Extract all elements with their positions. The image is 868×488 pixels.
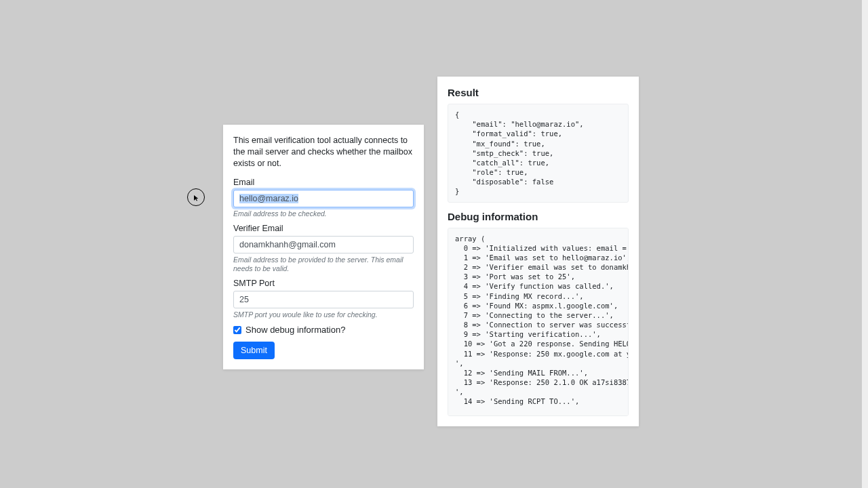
verifier-label: Verifier Email [233, 224, 414, 233]
email-label: Email [233, 178, 414, 187]
result-card: Result { "email": "hello@maraz.io", "for… [437, 77, 639, 426]
submit-button[interactable]: Submit [233, 342, 275, 359]
email-hint: Email address to be checked. [233, 209, 414, 218]
page-scrollbar[interactable] [862, 0, 868, 488]
port-hint: SMTP port you woule like to use for chec… [233, 310, 414, 319]
debug-heading: Debug information [448, 211, 629, 222]
verifier-hint: Email address to be provided to the serv… [233, 256, 414, 273]
port-label: SMTP Port [233, 279, 414, 288]
port-input[interactable] [233, 291, 414, 308]
result-json: { "email": "hello@maraz.io", "format_val… [448, 104, 629, 203]
email-input[interactable]: hello@maraz.io [233, 190, 414, 207]
debug-checkbox[interactable] [233, 326, 241, 334]
result-heading: Result [448, 87, 629, 98]
verifier-input[interactable] [233, 236, 414, 253]
cursor-indicator [187, 188, 205, 206]
debug-output[interactable]: array ( 0 => 'Initialized with values: e… [448, 228, 629, 416]
email-group: Email hello@maraz.io Email address to be… [233, 178, 414, 218]
intro-text: This email verification tool actually co… [233, 135, 414, 169]
debug-checkbox-row: Show debug information? [233, 325, 414, 335]
verifier-group: Verifier Email Email address to be provi… [233, 224, 414, 273]
debug-checkbox-label: Show debug information? [245, 325, 345, 335]
verification-form-card: This email verification tool actually co… [223, 125, 424, 369]
port-group: SMTP Port SMTP port you woule like to us… [233, 279, 414, 319]
email-input-value: hello@maraz.io [239, 194, 298, 203]
